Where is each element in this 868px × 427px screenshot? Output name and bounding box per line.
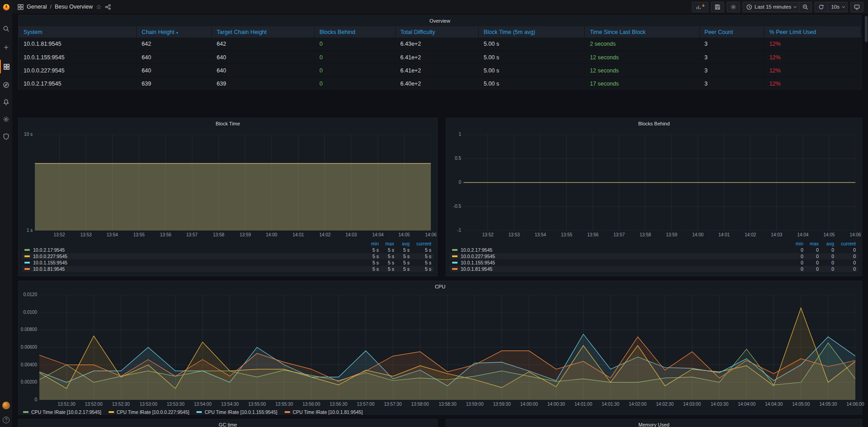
x-tick-label: 14:03 (345, 232, 357, 237)
refresh-interval-label: 10s (831, 4, 839, 10)
column-header-chain-height[interactable]: Chain Height▾ (137, 26, 212, 38)
legend-stat-header[interactable]: max (379, 241, 394, 246)
x-tick-label: 13:54 (534, 232, 546, 237)
legend-stat-header[interactable]: current (410, 241, 431, 246)
breadcrumb-folder[interactable]: General (27, 4, 47, 10)
column-header-block-time-5m-avg-[interactable]: Block Time (5m avg) (478, 26, 585, 38)
series-name[interactable]: 10.0.1.155:9545 (33, 260, 363, 265)
legend-stat-value: 5 s (394, 260, 410, 265)
series-name[interactable]: 10.0.0.227:9545 (461, 254, 788, 259)
legend-stat-value: 0 (788, 260, 803, 265)
panel-title-overview[interactable]: Overview (19, 15, 861, 26)
x-tick-label: 14:05:00 (792, 402, 810, 407)
sidebar-create-icon[interactable]: + (0, 41, 12, 54)
x-tick-label: 14:01:30 (602, 402, 620, 407)
series-name[interactable]: 10.0.2.17:9545 (461, 247, 788, 253)
x-tick-label: 13:52 (53, 232, 65, 237)
column-header-peer-count[interactable]: Peer Count (699, 26, 764, 38)
zoom-out-icon (802, 4, 808, 10)
sidebar-server-admin-icon[interactable] (0, 130, 12, 143)
y-tick-label: 0.00400 (21, 362, 37, 367)
sidebar-configuration-icon[interactable] (0, 112, 12, 126)
panel-gc-time: GC time (18, 419, 438, 427)
add-panel-button[interactable]: + (692, 2, 708, 12)
x-tick-label: 14:05:30 (820, 402, 837, 407)
refresh-button[interactable] (815, 2, 828, 12)
series-name[interactable]: 10.0.0.227:9545 (33, 254, 363, 259)
legend-stat-header[interactable]: current (834, 241, 856, 246)
legend-series-row[interactable]: 10.0.1.81:95450000 (450, 266, 858, 272)
column-header-system[interactable]: System (19, 26, 137, 38)
cpu-y-axis: 0.01200.01000.008000.006000.004000.00200… (22, 295, 39, 400)
sidebar-dashboards-icon[interactable] (0, 60, 12, 73)
panel-title-memory-used[interactable]: Memory Used (446, 419, 862, 427)
sidebar-alerting-icon[interactable] (0, 95, 12, 109)
save-dashboard-button[interactable] (711, 2, 724, 12)
legend-series-row[interactable]: 10.0.2.17:95455 s5 s5 s5 s (22, 247, 434, 253)
column-header--peer-limit-used[interactable]: % Peer Limit Used (764, 26, 861, 38)
legend-item[interactable]: CPU Time IRate [10.0.2.17:9545] (23, 409, 101, 415)
legend-series-row[interactable]: 10.0.1.155:95455 s5 s5 s5 s (22, 259, 434, 266)
x-tick-label: 13:56 (160, 232, 171, 237)
sidebar-user-avatar[interactable] (0, 398, 12, 412)
legend-series-row[interactable]: 10.0.2.17:95450000 (450, 247, 858, 253)
cpu-chart[interactable] (39, 295, 855, 400)
column-header-blocks-behind[interactable]: Blocks Behind (314, 26, 395, 38)
series-color-swatch (23, 411, 29, 413)
legend-series-row[interactable]: 10.0.0.227:95450000 (450, 253, 858, 259)
panel-title-cpu[interactable]: CPU (19, 281, 862, 292)
blocks-behind-chart[interactable] (463, 134, 855, 230)
legend-stat-header[interactable]: min (363, 241, 379, 246)
series-color-swatch (452, 268, 458, 270)
block-time-chart[interactable] (35, 134, 431, 230)
star-icon[interactable]: ☆ (96, 3, 102, 10)
zoom-out-button[interactable] (799, 2, 812, 12)
sidebar-help-icon[interactable]: ? (0, 413, 12, 427)
legend-series-row[interactable]: 10.0.0.227:95455 s5 s5 s5 s (22, 253, 434, 259)
panel-title-blocks-behind[interactable]: Blocks Behind (446, 118, 862, 129)
sidebar-search-icon[interactable] (0, 22, 12, 35)
panel-blocks-behind: Blocks Behind 10.50-0.5-1 13:5213:5313:5… (446, 118, 862, 276)
legend-item[interactable]: CPU Time IRate [10.0.0.227:9545] (109, 409, 190, 415)
refresh-interval-dropdown[interactable]: 10s (828, 2, 848, 12)
x-tick-label: 14:04:00 (738, 402, 756, 407)
scrollbar[interactable] (865, 14, 868, 427)
table-cell: 6.41e+2 (395, 51, 478, 64)
legend-stat-header[interactable]: avg (394, 241, 410, 246)
dashboard-settings-button[interactable] (727, 2, 740, 12)
sidebar-explore-icon[interactable] (0, 78, 12, 91)
legend-stat-header[interactable]: max (803, 241, 819, 246)
series-name[interactable]: 10.0.1.81:9545 (33, 266, 363, 272)
legend-series-row[interactable]: 10.0.1.155:95450000 (450, 259, 858, 266)
plus-icon: + (4, 43, 9, 52)
column-header-time-since-last-block[interactable]: Time Since Last Block (585, 26, 699, 38)
series-name: CPU Time IRate [10.0.0.227:9545] (117, 409, 190, 415)
x-tick-label: 13:58:30 (439, 402, 457, 407)
panel-title-gc-time[interactable]: GC time (19, 419, 437, 427)
panel-title-block-time[interactable]: Block Time (19, 118, 437, 129)
breadcrumb-dashboard-title[interactable]: Besu Overview (55, 4, 93, 10)
series-name[interactable]: 10.0.1.155:9545 (461, 260, 788, 265)
question-icon: ? (3, 417, 10, 423)
column-header-target-chain-height[interactable]: Target Chain Height (211, 26, 314, 38)
table-cell: 12% (764, 51, 861, 64)
series-name[interactable]: 10.0.1.81:9545 (461, 266, 788, 272)
navbar: General / Besu Overview ☆ + Last 15 (12, 0, 868, 14)
column-header-total-difficulty[interactable]: Total Difficulty (395, 26, 478, 38)
legend-stat-header[interactable]: avg (819, 241, 834, 246)
legend-item[interactable]: CPU Time IRate [10.0.1.81:9545] (285, 409, 363, 415)
x-tick-label: 14:00 (692, 232, 703, 237)
tv-mode-button[interactable] (850, 2, 863, 12)
avatar (2, 402, 10, 409)
cpu-x-axis: 13:51:3013:52:0013:52:3013:53:0013:53:30… (39, 402, 855, 408)
legend-series-row[interactable]: 10.0.1.81:95455 s5 s5 s5 s (22, 266, 434, 272)
scrollbar-thumb[interactable] (865, 16, 868, 42)
y-tick-label: 0.00800 (21, 327, 37, 332)
x-tick-label: 13:53:00 (140, 402, 157, 407)
share-icon[interactable] (105, 4, 111, 10)
grafana-logo-icon[interactable] (0, 2, 12, 13)
series-name[interactable]: 10.0.2.17:9545 (33, 247, 363, 253)
legend-item[interactable]: CPU Time IRate [10.0.1.155:9545] (196, 409, 277, 415)
legend-stat-header[interactable]: min (788, 241, 803, 246)
time-range-picker[interactable]: Last 15 minutes (743, 2, 799, 12)
